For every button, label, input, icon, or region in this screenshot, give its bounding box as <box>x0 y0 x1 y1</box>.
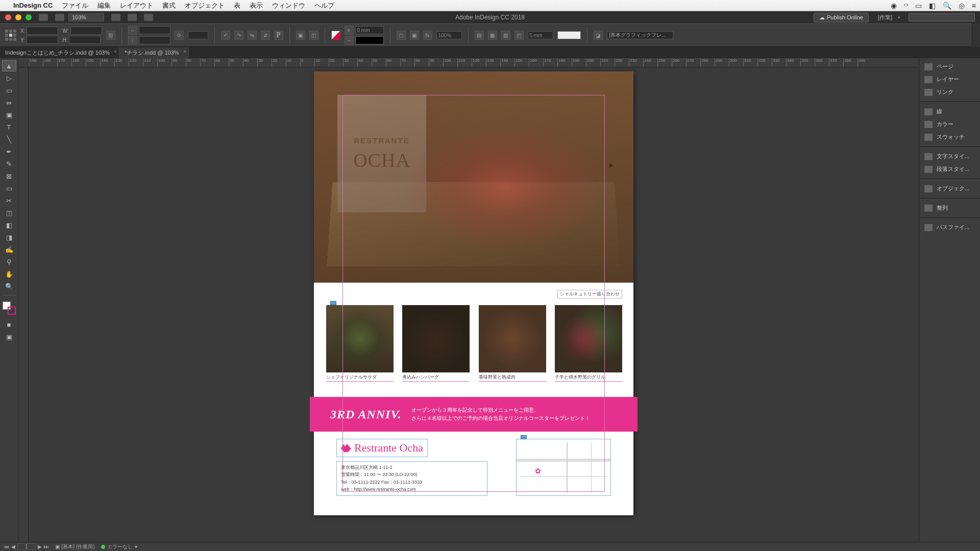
vertical-ruler[interactable] <box>18 67 29 542</box>
h-field[interactable] <box>69 36 101 44</box>
apply-color-icon[interactable]: ■ <box>2 319 16 330</box>
thumbnail-image[interactable] <box>555 305 622 372</box>
rotate-field[interactable] <box>188 31 208 39</box>
menubar-app-icon[interactable]: ◧ <box>929 2 936 10</box>
publish-online-button[interactable]: ☁Publish Online <box>814 13 869 22</box>
hero-title-frame[interactable]: RESTRANTE OCHA <box>337 95 426 212</box>
select-content-icon[interactable]: ◫ <box>309 31 318 40</box>
constrain-proportions-icon[interactable]: ⛓ <box>106 31 115 40</box>
select-container-icon[interactable]: ▣ <box>296 31 305 40</box>
pencil-tool[interactable]: ✎ <box>2 158 16 169</box>
thumbnail-item[interactable]: 子羊と焼き野菜のグリル <box>555 305 622 382</box>
panel-tab[interactable]: 文字スタイ... <box>919 150 980 163</box>
rectangle-tool[interactable]: ▭ <box>2 183 16 194</box>
panel-tab[interactable]: オブジェク... <box>919 182 980 195</box>
zoom-tool[interactable]: 🔍 <box>2 281 16 292</box>
thumbnail-image[interactable] <box>479 305 546 372</box>
window-zoom-button[interactable] <box>26 14 32 20</box>
color-profile-label[interactable]: [基本] (作業用) <box>62 543 95 550</box>
stroke-style-select[interactable] <box>355 36 384 44</box>
view-options-icon[interactable] <box>111 14 120 21</box>
bridge-icon[interactable] <box>39 14 48 21</box>
arrange-icon[interactable] <box>144 14 153 21</box>
horizontal-ruler[interactable]: 1901801701601501401301201101009080706050… <box>29 58 919 67</box>
panel-tab[interactable]: パスファイ... <box>919 221 980 234</box>
app-name-menu[interactable]: InDesign CC <box>13 2 53 9</box>
wifi-icon[interactable]: ⌔ <box>904 2 908 10</box>
page-nav-prev-icon[interactable]: ◀ <box>11 544 15 549</box>
battery-icon[interactable]: ▭ <box>915 2 922 10</box>
menu-help[interactable]: ヘルプ <box>314 1 334 10</box>
zoom-level-select[interactable]: 103% <box>68 13 104 21</box>
document-tab[interactable]: ×*チラシ.indd @ 103% <box>119 47 189 58</box>
thumbnail-image[interactable] <box>326 305 394 372</box>
autofit-icon[interactable]: ▢ <box>397 31 406 40</box>
gradient-feather-tool[interactable]: ◨ <box>2 232 16 243</box>
anniversary-banner[interactable]: 3RD ANNIV. オープンから３周年を記念して特別メニューをご用意。 さらに… <box>310 397 638 432</box>
menu-edit[interactable]: 編集 <box>97 1 111 10</box>
document-tab[interactable]: ×Indesignことはじめ_チラシ.indd @ 103% <box>0 47 119 58</box>
w-field[interactable] <box>70 27 102 35</box>
preflight-label[interactable]: エラーなし <box>107 543 133 550</box>
stroke-weight-field[interactable] <box>355 26 384 34</box>
panel-tab[interactable]: レイヤー <box>919 73 980 86</box>
fit-frame-icon[interactable]: fx <box>423 31 432 40</box>
logo-frame[interactable]: Restrante Ocha <box>336 439 428 457</box>
scissors-tool[interactable]: ✂ <box>2 195 16 206</box>
thumbnail-item[interactable]: シェフオリジナルサラダ <box>326 305 394 382</box>
p-icon[interactable]: P <box>274 31 283 40</box>
gap-field[interactable] <box>528 31 553 39</box>
stock-icon[interactable] <box>55 14 64 21</box>
thumbnail-caption[interactable]: 香味野菜と熟成肉 <box>479 374 546 382</box>
page-nav-last-icon[interactable]: ⏭ <box>44 544 49 549</box>
document-page[interactable]: RESTRANTE OCHA ➤ シャルキュトリー盛り合わせ シェフオリジナルサ… <box>314 71 633 515</box>
document-canvas[interactable]: 1901801701601501401301201101009080706050… <box>18 58 919 542</box>
window-close-button[interactable] <box>5 14 11 20</box>
panel-tab[interactable]: カラー <box>919 118 980 131</box>
thumbnail-item[interactable]: 香味野菜と熟成肉 <box>479 305 546 382</box>
menu-window[interactable]: ウィンドウ <box>272 1 305 10</box>
opacity-field[interactable] <box>436 31 462 39</box>
page-nav-first-icon[interactable]: ⏮ <box>4 544 9 549</box>
menu-view[interactable]: 表示 <box>250 1 263 10</box>
scale-x-field[interactable] <box>139 26 170 34</box>
fill-stroke-swatch[interactable] <box>331 31 340 40</box>
gradient-swatch-tool[interactable]: ◧ <box>2 219 16 231</box>
rotate-field-icon[interactable]: ⟳ <box>175 31 184 40</box>
thumbnail-image[interactable] <box>402 305 470 372</box>
workspace-switcher[interactable]: [作業] <box>878 14 892 21</box>
rotate-ccw-icon[interactable]: ↶ <box>221 31 230 40</box>
selection-tool[interactable]: ▲ <box>2 60 16 71</box>
map-frame[interactable]: ✿ <box>516 439 611 496</box>
preflight-dropdown-icon[interactable]: ▾ <box>135 544 137 549</box>
siri-icon[interactable]: ◎ <box>959 2 965 10</box>
screen-mode-tool[interactable]: ▣ <box>2 331 16 342</box>
menu-object[interactable]: オブジェクト <box>185 1 225 10</box>
wrap-bbox-icon[interactable]: ▦ <box>488 31 497 40</box>
eyedropper-tool[interactable]: ⚲ <box>2 256 16 267</box>
content-collector-tool[interactable]: ▣ <box>2 109 16 120</box>
workspace-dropdown-icon[interactable]: ▾ <box>898 15 900 20</box>
direct-selection-tool[interactable]: ▷ <box>2 72 16 84</box>
fill-stroke-toolbox[interactable] <box>3 302 16 315</box>
free-transform-tool[interactable]: ◫ <box>2 207 16 218</box>
thumbnail-caption[interactable]: シェフオリジナルサラダ <box>326 374 394 382</box>
object-style-select[interactable]: [基本グラフィックフレ... <box>607 31 673 39</box>
type-tool[interactable]: T <box>2 121 16 133</box>
thumbnail-caption[interactable]: 煮込みハンバーグ <box>402 374 470 382</box>
reference-point-picker[interactable] <box>5 30 16 41</box>
rotate-cw-icon[interactable]: ↷ <box>234 31 243 40</box>
spotlight-icon[interactable]: 🔍 <box>943 2 951 10</box>
page-nav-next-icon[interactable]: ▶ <box>38 544 42 549</box>
y-field[interactable] <box>27 36 58 44</box>
cc-icon[interactable]: ◉ <box>891 2 897 10</box>
panel-tab[interactable]: 整列 <box>919 202 980 214</box>
hero-image-frame[interactable]: RESTRANTE OCHA ➤ <box>314 71 633 283</box>
page-tool[interactable]: ▭ <box>2 85 16 96</box>
panel-tab[interactable]: 段落スタイ... <box>919 163 980 176</box>
line-tool[interactable]: ╲ <box>2 134 16 145</box>
wrap-none-icon[interactable]: ▤ <box>475 31 484 40</box>
panel-tab[interactable]: リンク <box>919 86 980 98</box>
gap-tool[interactable]: ⇔ <box>2 97 16 108</box>
menu-file[interactable]: ファイル <box>62 1 88 10</box>
